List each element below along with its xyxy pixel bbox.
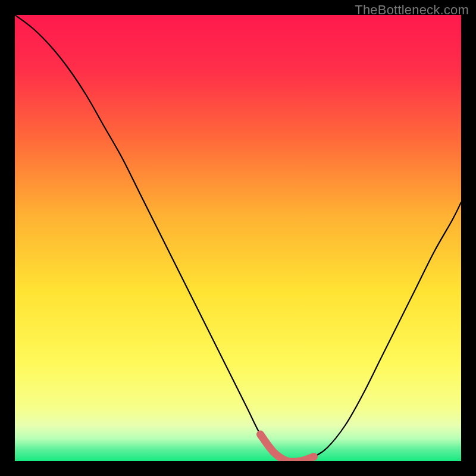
bottleneck-highlight xyxy=(261,434,314,461)
plot-area xyxy=(15,15,461,461)
curve-layer xyxy=(15,15,461,461)
bottleneck-curve xyxy=(15,15,461,461)
watermark-text: TheBottleneck.com xyxy=(355,2,469,18)
chart-stage: TheBottleneck.com xyxy=(0,0,476,476)
